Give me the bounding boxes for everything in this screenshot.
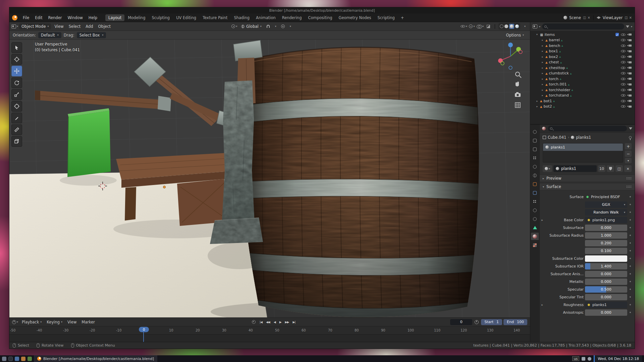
disclosure-icon[interactable]: ▸ [536,100,539,103]
new-material-button[interactable]: ◫ [615,165,623,172]
orientation-setting-dropdown[interactable]: Default▾ [38,32,61,38]
view-layer-name[interactable]: ViewLayer [602,15,623,20]
object-origin-dot[interactable] [163,186,166,188]
solid-shading-button[interactable] [504,24,508,28]
transport-button[interactable]: ◀◀ [265,320,271,324]
tab-material[interactable] [531,233,539,240]
pivot-point-button[interactable]: ▾ [231,23,237,29]
disclosure-icon[interactable]: ▸ [541,72,544,75]
playhead-badge[interactable]: 0 [139,327,149,332]
timeline-menu-item[interactable]: Playback▾ [19,319,44,325]
ruler-tick[interactable]: 30 [221,326,248,334]
ruler-tick[interactable]: 100 [407,326,433,334]
menubar-item[interactable]: Render [46,14,65,21]
taskbar-window-button[interactable]: Blender [/home/amalie/Desktop/blender/ca… [34,355,157,362]
workspace-tab[interactable]: Geometry Nodes [336,14,374,21]
property-control[interactable]: 0.000 ▾ [585,309,627,316]
eye-icon[interactable] [621,82,626,86]
timeline-menu-item[interactable]: Marker▾ [79,319,97,325]
tab-output[interactable] [531,145,539,153]
measure-tool[interactable] [11,124,22,135]
keyframe-dot[interactable] [629,250,632,251]
tab-view-layer[interactable] [531,154,539,162]
outliner-search-input[interactable] [542,23,624,29]
property-control[interactable]: 0.000 ▾ [585,225,627,231]
camera-icon[interactable] [627,66,632,70]
outliner-item[interactable]: ▸ ▦ ▲ torchstand ▵ [530,93,635,99]
timeline-menu-item[interactable]: Keying▾ [44,319,65,325]
gizmo-x-neg[interactable] [519,50,522,54]
outliner-item[interactable]: ▸ ▦ ▲ bot2 ▵ [530,104,635,110]
files-icon[interactable] [15,357,19,361]
shading-settings-button[interactable]: ▾ [522,23,528,29]
fake-user-button[interactable] [607,165,614,172]
workspace-tab[interactable]: Texture Paint [200,14,230,21]
transform-tool[interactable] [11,101,22,112]
workspace-tab[interactable]: Modeling [125,14,148,21]
viewport-menu-item[interactable]: Select [66,23,83,30]
property-control[interactable]: GGX ▾ [585,201,627,208]
camera-icon[interactable] [627,33,632,37]
eye-icon[interactable] [621,71,626,75]
visibility-dropdown[interactable]: ▾ [461,23,467,29]
current-frame-field[interactable]: 0 [450,319,472,325]
outliner-item[interactable]: ▸ ▦ ▲ chest ▵ [530,60,635,65]
tab-texture[interactable] [531,241,539,249]
outliner-item[interactable]: ▸ ▦ ▲ clumbstick ▵ [530,71,635,76]
keyframe-dot[interactable] [629,235,632,236]
orientation-dropdown[interactable]: Global▾ [239,23,264,29]
mode-dropdown[interactable]: Object Mode▾ [19,23,51,29]
disclosure-icon[interactable]: ▸ [541,88,544,92]
terminal-icon[interactable] [8,357,13,361]
box1-mesh[interactable] [68,108,111,177]
tab-world[interactable] [531,172,539,179]
ruler-tick[interactable]: -50 [9,326,36,334]
camera-icon[interactable] [627,49,632,53]
ruler-tick[interactable]: 120 [460,326,486,334]
unlink-scene-icon[interactable]: × [587,16,590,19]
keyframe-dot[interactable] [629,212,632,213]
ruler-tick[interactable]: 20 [195,326,221,334]
property-control[interactable]: Principled BSDF ▾ [585,194,627,200]
eye-icon[interactable] [621,49,626,53]
outliner-item[interactable]: ▸ ▦ ▲ barrel ▵ [530,38,635,43]
workspace-tab[interactable]: Sculpting [149,14,173,21]
filter-icon[interactable] [629,127,632,130]
outliner-item[interactable]: ▸ ▦ ▲ torchholder ▵ [530,87,635,93]
tab-particles[interactable] [531,198,539,205]
tab-scene[interactable] [531,163,539,170]
material-shading-button[interactable] [509,24,514,29]
workspace-tab[interactable]: Scripting [375,14,398,21]
add-cube-tool[interactable] [11,136,22,147]
outliner-item[interactable]: ▸ ▦ ▲ bench ▵ [530,43,635,49]
keyframe-dot[interactable] [629,219,632,221]
workspace-tab[interactable]: Shading [231,14,253,21]
chevron-down-icon[interactable]: ▾ [631,25,632,28]
drag-setting-dropdown[interactable]: Select Box▾ [77,32,106,38]
menubar-item[interactable]: Edit [32,14,45,21]
eye-icon[interactable] [621,44,626,48]
remove-layer-icon[interactable]: × [629,16,632,19]
ruler-tick[interactable]: 60 [301,326,327,334]
camera-icon[interactable] [627,99,632,103]
ruler-tick[interactable]: 130 [486,326,513,334]
network-icon[interactable] [582,357,585,361]
keyframe-dot[interactable] [629,242,632,244]
material-slot-row[interactable]: planks1 [543,143,623,151]
ruler-tick[interactable]: -20 [89,326,115,334]
property-control[interactable]: Random Walk ▾ [585,209,627,216]
tab-physics[interactable] [531,206,539,214]
use-preview-range-button[interactable] [474,319,480,325]
ruler-tick[interactable]: 10 [168,326,195,334]
workspace-tab[interactable]: Animation [253,14,279,21]
workspace-tab[interactable]: Compositing [305,14,335,21]
eye-icon[interactable] [621,60,626,64]
ruler-tick[interactable]: 90 [380,326,407,334]
checkbox-icon[interactable] [615,33,619,36]
disclosure-icon[interactable]: ▸ [541,39,544,42]
property-control[interactable]: 0.100 ▾ [585,248,627,254]
outliner-item[interactable]: ▸ ▦ ▲ bot1 ▵ [530,98,635,104]
menubar-item[interactable]: Window [65,14,85,21]
eye-icon[interactable] [621,88,626,92]
breadcrumb-object[interactable]: Cube.041 [548,135,566,140]
